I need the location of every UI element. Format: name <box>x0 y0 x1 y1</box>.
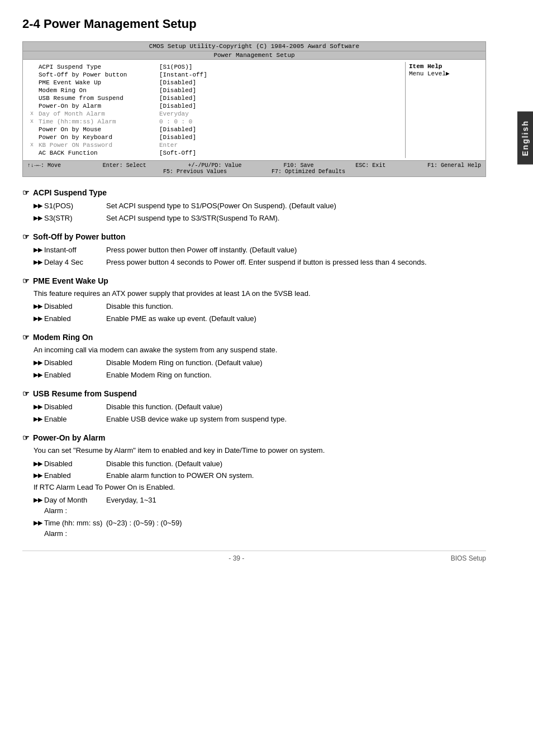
bios-row-label: Power On by Keyboard <box>36 134 159 141</box>
bios-row-prefix <box>27 126 36 133</box>
section-softoff: Soft-Off by Power button ▶▶ Instant-off … <box>22 232 486 267</box>
section-desc-poweron: You can set "Resume by Alarm" item to en… <box>34 446 486 456</box>
option-label: ▶▶ Enabled <box>34 313 106 324</box>
option-name: Disabled <box>44 357 73 369</box>
option-label: ▶▶ Enable <box>34 414 106 425</box>
bios-nav-prev: F5: Previous Values <box>163 169 227 175</box>
option-name: Delay 4 Sec <box>44 257 83 268</box>
option-row: ▶▶ Disabled Disable Modem Ring on functi… <box>34 357 486 369</box>
option-name: Disabled <box>44 301 73 312</box>
bios-row: Modem Ring On [Disabled] <box>27 87 403 94</box>
option-label: ▶▶ Disabled <box>34 357 106 369</box>
option-text: Disable Modem Ring on function. (Default… <box>106 357 486 369</box>
bios-row: Power On by Mouse [Disabled] <box>27 126 403 133</box>
arrow-icon: ▶▶ <box>34 459 42 468</box>
bios-subheader: Power Management Setup <box>23 51 486 60</box>
extra-option-row: ▶▶ Time (hh: mm: ss) Alarm : (0~23) : (0… <box>34 518 486 539</box>
bios-row-label: Power-On by Alarm <box>36 103 159 109</box>
bios-row: PME Event Wake Up [Disabled] <box>27 79 403 87</box>
section-title-modem: Modem Ring On <box>22 333 486 342</box>
option-text: Enable Modem Ring on function. <box>106 370 486 381</box>
bios-row-prefix: x <box>27 118 36 125</box>
bios-row-prefix <box>27 64 36 70</box>
option-row: ▶▶ Enabled Enable alarm function to POWE… <box>34 470 486 481</box>
bios-nav-value: +/-/PU/PD: Value <box>188 162 242 169</box>
option-row: ▶▶ Enabled Enable PME as wake up event. … <box>34 313 486 324</box>
bios-row-label: KB Power ON Password <box>36 142 159 149</box>
bios-row-value: [Soft-Off] <box>159 150 403 156</box>
extra-option-label: ▶▶ Day of Month Alarm : <box>34 495 106 516</box>
bios-row-value: Enter <box>159 142 403 149</box>
bios-row-prefix <box>27 79 36 86</box>
page-title: 2-4 Power Management Setup <box>22 17 486 31</box>
bios-row-label: ACPI Suspend Type <box>36 64 159 70</box>
option-label: ▶▶ S1(POS) <box>34 200 106 212</box>
bios-footer: ↑↓→←: Move Enter: Select +/-/PU/PD: Valu… <box>23 160 486 176</box>
bios-row-prefix <box>27 134 36 141</box>
option-row: ▶▶ Disabled Disable this function. <box>34 301 486 312</box>
option-row: ▶▶ Instant-off Press power button then P… <box>34 245 486 256</box>
bios-row: x KB Power ON Password Enter <box>27 141 403 149</box>
bios-row-value: Everyday <box>159 111 403 117</box>
bios-row: Power On by Keyboard [Disabled] <box>27 133 403 141</box>
arrow-icon: ▶▶ <box>34 302 42 311</box>
bios-nav-defaults: F7: Optimized Defaults <box>272 169 345 175</box>
bios-header: CMOS Setup Utility-Copyright (C) 1984-20… <box>23 42 486 51</box>
option-text: Set ACPI suspend type to S1/POS(Power On… <box>106 200 486 212</box>
bios-row: USB Resume from Suspend [Disabled] <box>27 94 403 102</box>
option-text: Press power button then Power off instan… <box>106 245 486 256</box>
sections-container: ACPI Suspend Type ▶▶ S1(POS) Set ACPI su… <box>22 188 486 539</box>
option-name: S1(POS) <box>44 200 73 212</box>
option-label: ▶▶ Disabled <box>34 301 106 312</box>
arrow-icon: ▶▶ <box>34 402 42 412</box>
bios-nav-save: F10: Save <box>283 162 313 169</box>
side-tab: English <box>517 112 533 165</box>
bottom-bar: - 39 - BIOS Setup <box>22 551 486 562</box>
extra-option-name: Time (hh: mm: ss) Alarm : <box>44 518 106 539</box>
option-label: ▶▶ Enabled <box>34 370 106 381</box>
bios-row-label: Time (hh:mm:ss) Alarm <box>36 118 159 125</box>
arrow-icon: ▶▶ <box>34 213 42 223</box>
bios-settings-list: ACPI Suspend Type [S1(POS)] Soft-Off by … <box>25 62 405 158</box>
bios-row-prefix <box>27 71 36 78</box>
bios-row-value: [Disabled] <box>159 95 403 102</box>
bios-nav-move: ↑↓→←: Move <box>27 162 61 169</box>
option-text: Disable this function. (Default value) <box>106 458 486 470</box>
bios-row-label: Modem Ring On <box>36 87 159 94</box>
extra-option-row: ▶▶ Day of Month Alarm : Everyday, 1~31 <box>34 495 486 516</box>
bios-row-value: [Disabled] <box>159 126 403 133</box>
bios-row-value: [Disabled] <box>159 103 403 109</box>
section-acpi: ACPI Suspend Type ▶▶ S1(POS) Set ACPI su… <box>22 188 486 223</box>
arrow-icon: ▶▶ <box>34 358 42 367</box>
section-title-usb: USB Resume from Suspend <box>22 389 486 398</box>
option-text: Press power button 4 seconds to Power of… <box>106 257 486 268</box>
bios-row-prefix <box>27 95 36 102</box>
option-row: ▶▶ Delay 4 Sec Press power button 4 seco… <box>34 257 486 268</box>
bios-row-prefix: x <box>27 111 36 117</box>
bios-row-prefix: x <box>27 142 36 149</box>
arrow-icon: ▶▶ <box>34 245 42 255</box>
arrow-icon: ▶▶ <box>34 518 42 528</box>
section-desc-pme: This feature requires an ATX power suppl… <box>34 289 486 299</box>
bios-row-prefix <box>27 103 36 109</box>
section-usb: USB Resume from Suspend ▶▶ Disabled Disa… <box>22 389 486 424</box>
option-text: Enable alarm function to POWER ON system… <box>106 470 486 481</box>
option-name: Enabled <box>44 470 71 481</box>
bios-row-prefix <box>27 87 36 94</box>
bios-nav-exit: ESC: Exit <box>355 162 386 169</box>
option-label: ▶▶ Enabled <box>34 470 106 481</box>
bios-row-value: [Disabled] <box>159 79 403 86</box>
option-name: S3(STR) <box>44 213 73 224</box>
option-text: Enable PME as wake up event. (Default va… <box>106 313 486 324</box>
arrow-icon: ▶▶ <box>34 495 42 505</box>
extra-option-value: (0~23) : (0~59) : (0~59) <box>106 518 486 539</box>
bios-row-label: Power On by Mouse <box>36 126 159 133</box>
extra-option-name: Day of Month Alarm : <box>44 495 106 516</box>
bios-row-label: Day of Month Alarm <box>36 111 159 117</box>
bios-row-value: 0 : 0 : 0 <box>159 118 403 125</box>
option-row: ▶▶ S3(STR) Set ACPI suspend type to S3/S… <box>34 213 486 224</box>
option-text: Disable this function. (Default value) <box>106 401 486 413</box>
extra-desc: If RTC Alarm Lead To Power On is Enabled… <box>34 482 486 492</box>
bios-row: Soft-Off by Power button [Instant-off] <box>27 71 403 79</box>
arrow-icon: ▶▶ <box>34 370 42 380</box>
